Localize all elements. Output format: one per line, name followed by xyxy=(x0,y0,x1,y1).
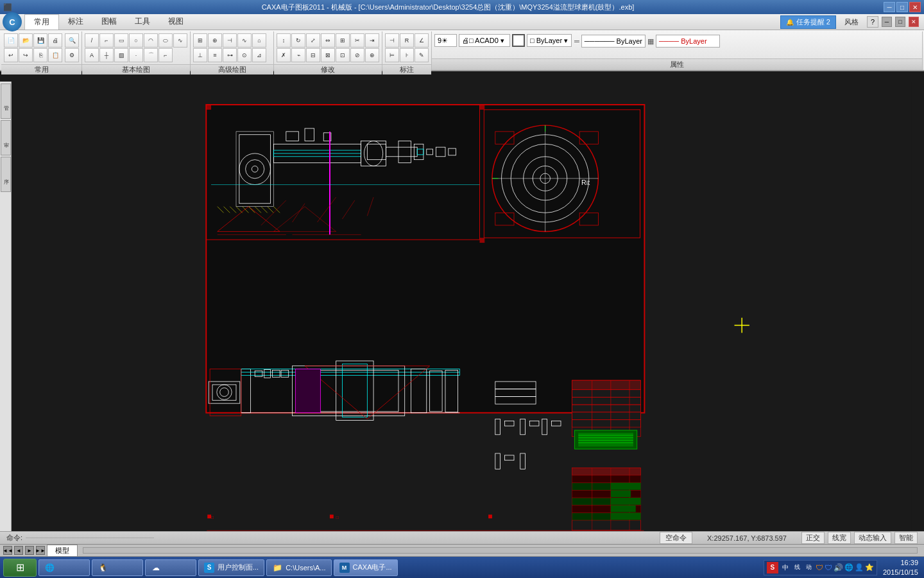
adv7-button[interactable]: ≡ xyxy=(208,48,222,62)
scroll-prev-button[interactable]: ◄ xyxy=(14,546,23,555)
taskbar-app-caxa[interactable]: M CAXA电子... xyxy=(334,559,398,576)
ortho-mode[interactable]: 正交 xyxy=(801,532,825,544)
line-mode[interactable]: 线宽 xyxy=(828,532,851,544)
fillet-button[interactable]: ⌒ xyxy=(144,48,158,62)
color-bylayer-select[interactable]: □ ByLayer ▾ xyxy=(527,34,572,47)
paste-button[interactable]: 📋 xyxy=(48,48,62,62)
adv9-button[interactable]: ⊙ xyxy=(237,48,252,62)
text-button[interactable]: A xyxy=(85,48,99,62)
angle-dim-button[interactable]: ∠ xyxy=(415,33,429,48)
line-button[interactable]: / xyxy=(85,33,99,48)
circle-button[interactable]: ○ xyxy=(129,33,143,48)
radius-dim-button[interactable]: R xyxy=(400,33,414,48)
adv5-button[interactable]: ⌂ xyxy=(252,33,266,48)
scroll-last-button[interactable]: ►► xyxy=(36,546,45,555)
hatch-button[interactable]: ▨ xyxy=(114,48,128,62)
ellipse-button[interactable]: ⬭ xyxy=(158,33,173,48)
input-mode[interactable]: 动态输入 xyxy=(854,532,891,544)
maximize-button[interactable]: □ xyxy=(896,2,908,12)
properties-button[interactable]: ⚙ xyxy=(65,48,79,62)
move-button[interactable]: ↕ xyxy=(277,33,291,48)
adv8-button[interactable]: ⊶ xyxy=(223,48,237,62)
minimize-button[interactable]: ─ xyxy=(884,2,895,12)
tray-xk-icon[interactable]: 线 xyxy=(792,563,803,573)
symbol-button[interactable]: ⊕ xyxy=(208,33,222,48)
linetype-select[interactable]: ────── ByLayer xyxy=(581,35,646,48)
close-button[interactable]: ✕ xyxy=(909,2,921,12)
taskbar-app-explorer[interactable]: 📁 C:\Users\A... xyxy=(266,559,331,576)
notification-button[interactable]: 🔔 任务提醒 2 xyxy=(780,15,836,29)
polyline-button[interactable]: ⌐ xyxy=(99,33,114,48)
zoom-button[interactable]: 🔍 xyxy=(65,33,79,48)
sidebar-btn-3[interactable]: 序 xyxy=(1,157,11,192)
start-button[interactable]: ⊞ xyxy=(3,559,37,577)
close-app-button[interactable]: ✕ xyxy=(909,17,919,27)
linear-dim-button[interactable]: ⊣ xyxy=(385,33,399,48)
offset-button[interactable]: ⊟ xyxy=(306,48,320,62)
delete-button[interactable]: ✗ xyxy=(277,48,291,62)
arc-button[interactable]: ◠ xyxy=(144,33,158,48)
menu-tab-tufu[interactable]: 图幅 xyxy=(92,14,126,30)
min-app-button[interactable]: ─ xyxy=(882,17,892,27)
centerline-button[interactable]: ┼ xyxy=(99,48,114,62)
modify6-button[interactable]: ⊘ xyxy=(350,48,364,62)
snap-mode[interactable]: 智能 xyxy=(894,532,918,544)
scroll-first-button[interactable]: ◄◄ xyxy=(3,546,12,555)
point-button[interactable]: · xyxy=(129,48,143,62)
redo-button[interactable]: ↪ xyxy=(19,48,33,62)
save-file-button[interactable]: 💾 xyxy=(33,33,47,48)
taskbar-app-usercontrol[interactable]: S 用户控制面... xyxy=(198,559,264,576)
adv10-button[interactable]: ⊿ xyxy=(252,48,266,62)
horizontal-scrollbar[interactable] xyxy=(83,547,918,554)
block-button[interactable]: ⊞ xyxy=(193,33,207,48)
scroll-next-button[interactable]: ► xyxy=(25,546,34,555)
baseline-dim-button[interactable]: ⊨ xyxy=(385,48,399,62)
taskbar-app-browser[interactable]: 🌐 xyxy=(38,559,90,576)
menu-tab-gongju[interactable]: 工具 xyxy=(126,14,159,30)
grips-button[interactable]: ⊕ xyxy=(365,48,379,62)
print-button[interactable]: 🖨 xyxy=(48,33,62,48)
undo-button[interactable]: ↩ xyxy=(4,48,18,62)
dimension-button[interactable]: ⊣ xyxy=(223,33,237,48)
tray-network[interactable]: 🌐 xyxy=(844,563,853,572)
copy-button[interactable]: ⎘ xyxy=(33,48,47,62)
break-button[interactable]: ⌁ xyxy=(291,48,305,62)
restore-app-button[interactable]: □ xyxy=(895,17,905,27)
tray-volume[interactable]: 🔊 xyxy=(834,563,843,572)
color-swatch[interactable] xyxy=(512,34,525,47)
new-file-button[interactable]: 📄 xyxy=(4,33,18,48)
menu-tab-changyong[interactable]: 常用 xyxy=(24,14,59,30)
continue-dim-button[interactable]: ⊦ xyxy=(400,48,414,62)
taskbar-app-penguin[interactable]: 🐧 xyxy=(92,559,143,576)
extend-button[interactable]: ⇥ xyxy=(365,33,379,48)
rect-button[interactable]: ▭ xyxy=(114,33,128,48)
rotate-button[interactable]: ↻ xyxy=(291,33,305,48)
layer-dropdown-button[interactable]: 9☀ xyxy=(434,34,457,47)
tray-s-icon[interactable]: S xyxy=(767,562,778,574)
model-tab[interactable]: 模型 xyxy=(47,545,78,557)
cmd-input[interactable] xyxy=(26,538,154,538)
layer-select[interactable]: 🖨□ ACAD0 ▾ xyxy=(459,34,510,47)
taskbar-app-cloud[interactable]: ☁ xyxy=(145,559,196,576)
tray-zh-icon[interactable]: 中 xyxy=(780,562,791,574)
style-button[interactable]: 风格 xyxy=(839,16,864,28)
linewidth-select[interactable]: ──── ByLayer xyxy=(656,35,720,48)
adv6-button[interactable]: ⊥ xyxy=(193,48,207,62)
menu-tab-shitu[interactable]: 视图 xyxy=(159,14,193,30)
clock-display[interactable]: 16:39 2015/10/15 xyxy=(880,558,921,577)
sidebar-btn-2[interactable]: 审 xyxy=(1,120,11,155)
menu-tab-biaozhu[interactable]: 标注 xyxy=(59,14,92,30)
help-button[interactable]: ? xyxy=(867,16,878,28)
sidebar-btn-1[interactable]: 管 xyxy=(1,83,11,119)
chamfer-button[interactable]: ⌐ xyxy=(158,48,173,62)
trim-button[interactable]: ✂ xyxy=(350,33,364,48)
scale-button[interactable]: ⤢ xyxy=(306,33,320,48)
modify5-button[interactable]: ⊡ xyxy=(336,48,350,62)
open-file-button[interactable]: 📂 xyxy=(19,33,33,48)
spline-button[interactable]: ∿ xyxy=(173,33,187,48)
array-button[interactable]: ⊞ xyxy=(336,33,350,48)
explode-button[interactable]: ⊠ xyxy=(321,48,335,62)
tray-dt-icon[interactable]: 动 xyxy=(804,563,814,573)
note-dim-button[interactable]: ✎ xyxy=(415,48,429,62)
mirror-button[interactable]: ⇔ xyxy=(321,33,335,48)
